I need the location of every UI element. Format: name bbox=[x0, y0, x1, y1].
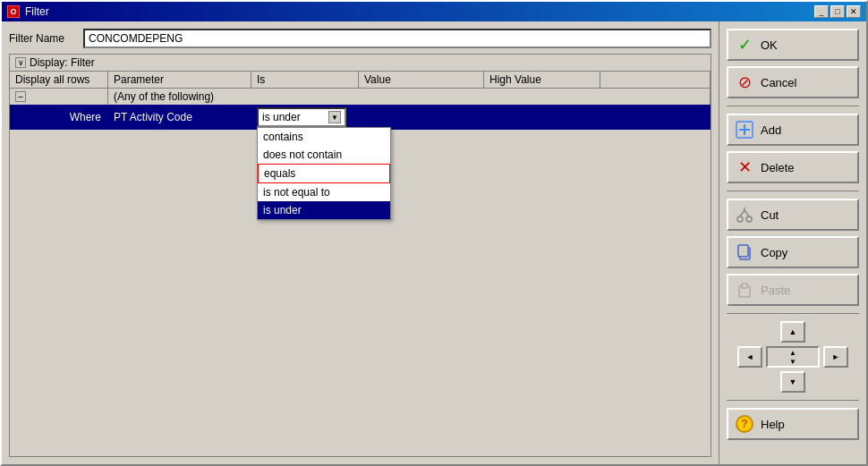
paste-icon bbox=[736, 281, 753, 299]
delete-icon: ✕ bbox=[736, 158, 753, 176]
is-dropdown-wrapper: is under ▼ contains does not contain equ… bbox=[257, 107, 346, 127]
collapse-button[interactable]: ∨ bbox=[15, 57, 26, 68]
col-high-value: High Value bbox=[484, 72, 600, 88]
app-icon: O bbox=[7, 5, 20, 18]
filter-name-label: Filter Name bbox=[9, 32, 76, 45]
dropdown-option-equals[interactable]: equals bbox=[258, 164, 390, 183]
svg-rect-9 bbox=[738, 245, 748, 257]
cut-button[interactable]: Cut bbox=[727, 199, 859, 231]
col-display-all-rows: Display all rows bbox=[10, 72, 108, 88]
add-label: Add bbox=[761, 123, 781, 137]
right-panel: ✓ OK ⊘ Cancel bbox=[719, 21, 866, 464]
dropdown-option-is-not-equal-to[interactable]: is not equal to bbox=[258, 183, 390, 201]
dropdown-option-is-under[interactable]: is under bbox=[258, 201, 390, 219]
divider-4 bbox=[727, 400, 859, 401]
nav-center-display: ▲ ▼ bbox=[766, 346, 820, 368]
title-bar-left: O Filter bbox=[7, 5, 49, 18]
cancel-icon: ⊘ bbox=[736, 73, 753, 91]
where-label: Where bbox=[10, 105, 108, 130]
nav-up-row: ▲ bbox=[727, 321, 859, 343]
cut-label: Cut bbox=[761, 208, 779, 222]
col-parameter: Parameter bbox=[108, 72, 251, 88]
divider-2 bbox=[727, 191, 859, 191]
window-title: Filter bbox=[25, 5, 49, 18]
where-parameter: PT Activity Code bbox=[108, 105, 251, 130]
table-container: Display all rows Parameter Is Value High… bbox=[10, 72, 711, 456]
table-body: − (Any of the following) Where PT Activi… bbox=[10, 89, 711, 130]
any-row-cell-0: − bbox=[10, 89, 108, 105]
help-label: Help bbox=[761, 418, 785, 431]
any-row-label: (Any of the following) bbox=[108, 89, 711, 105]
where-row: Where PT Activity Code is under ▼ bbox=[10, 105, 711, 130]
nav-down-button[interactable]: ▼ bbox=[780, 371, 805, 393]
nav-left-button[interactable]: ◄ bbox=[737, 346, 762, 368]
display-header-label: Display: Filter bbox=[30, 56, 95, 69]
cancel-button[interactable]: ⊘ Cancel bbox=[727, 66, 859, 98]
title-bar-buttons: _ □ ✕ bbox=[814, 5, 861, 18]
copy-button[interactable]: Copy bbox=[727, 236, 859, 268]
where-is: is under ▼ contains does not contain equ… bbox=[251, 105, 359, 130]
dropdown-option-does-not-contain[interactable]: does not contain bbox=[258, 146, 390, 164]
any-row: − (Any of the following) bbox=[10, 89, 711, 105]
table-header: Display all rows Parameter Is Value High… bbox=[10, 72, 711, 89]
nav-down-indicator: ▼ bbox=[789, 358, 796, 366]
main-panel: Filter Name ∨ Display: Filter Display al… bbox=[2, 21, 719, 464]
copy-label: Copy bbox=[761, 246, 787, 259]
title-bar: O Filter _ □ ✕ bbox=[2, 2, 866, 21]
delete-button[interactable]: ✕ Delete bbox=[727, 151, 859, 183]
maximize-button[interactable]: □ bbox=[830, 5, 845, 18]
add-button[interactable]: Add bbox=[727, 114, 859, 146]
divider-1 bbox=[727, 106, 859, 106]
ok-icon: ✓ bbox=[736, 36, 753, 54]
nav-right-button[interactable]: ► bbox=[823, 346, 848, 368]
minimize-button[interactable]: _ bbox=[814, 5, 829, 18]
svg-line-5 bbox=[740, 210, 745, 216]
add-icon bbox=[736, 121, 753, 139]
dropdown-list: contains does not contain equals is not … bbox=[257, 127, 391, 220]
svg-rect-11 bbox=[742, 284, 747, 288]
nav-middle-row: ◄ ▲ ▼ ► bbox=[727, 346, 859, 368]
cut-icon bbox=[736, 206, 753, 224]
filter-window: O Filter _ □ ✕ Filter Name ∨ Display: Fi… bbox=[0, 0, 868, 466]
display-header: ∨ Display: Filter bbox=[10, 55, 711, 72]
col-value: Value bbox=[359, 72, 484, 88]
display-section: ∨ Display: Filter Display all rows Param… bbox=[9, 54, 711, 457]
paste-label: Paste bbox=[761, 284, 790, 297]
svg-point-4 bbox=[746, 216, 752, 222]
delete-label: Delete bbox=[761, 161, 795, 174]
ok-button[interactable]: ✓ OK bbox=[727, 29, 859, 61]
filter-name-input[interactable] bbox=[83, 29, 711, 48]
collapse-row-button[interactable]: − bbox=[15, 91, 26, 102]
cancel-label: Cancel bbox=[761, 76, 796, 89]
dropdown-option-contains[interactable]: contains bbox=[258, 128, 390, 146]
nav-section: ▲ ◄ ▲ ▼ ► ▼ bbox=[727, 321, 859, 393]
ok-label: OK bbox=[761, 38, 778, 52]
col-is: Is bbox=[251, 72, 359, 88]
paste-button[interactable]: Paste bbox=[727, 274, 859, 306]
col-extra bbox=[600, 72, 711, 88]
copy-icon bbox=[736, 243, 753, 261]
nav-up-button[interactable]: ▲ bbox=[780, 321, 805, 343]
content-area: Filter Name ∨ Display: Filter Display al… bbox=[2, 21, 866, 464]
nav-up-indicator: ▲ bbox=[789, 349, 796, 357]
divider-3 bbox=[727, 313, 859, 314]
svg-point-3 bbox=[737, 216, 743, 222]
filter-name-row: Filter Name bbox=[9, 29, 711, 48]
svg-line-6 bbox=[745, 210, 749, 216]
nav-down-row: ▼ bbox=[727, 371, 859, 393]
is-dropdown-value: is under bbox=[262, 111, 301, 123]
where-value bbox=[359, 105, 711, 130]
close-button[interactable]: ✕ bbox=[847, 5, 861, 18]
dropdown-arrow-icon[interactable]: ▼ bbox=[328, 111, 341, 123]
help-button[interactable]: ? Help bbox=[727, 408, 859, 440]
help-icon: ? bbox=[736, 415, 753, 433]
is-dropdown[interactable]: is under ▼ bbox=[257, 107, 346, 127]
